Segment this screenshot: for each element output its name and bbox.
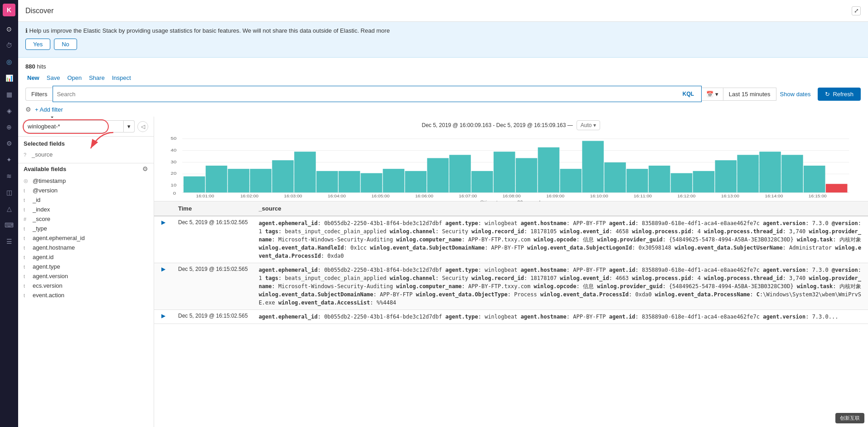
selected-field-source: ? _source xyxy=(24,150,148,159)
main-content: Discover ⤢ ℹ Help us improve the Elastic… xyxy=(18,0,868,427)
nav-icon-clock[interactable]: ⏱ xyxy=(2,38,16,53)
nav-icon-stack[interactable]: ☰ xyxy=(2,234,16,249)
nav-icon-home[interactable]: ⊙ xyxy=(2,22,16,36)
svg-text:16:03:00: 16:03:00 xyxy=(284,194,302,197)
available-field-item[interactable]: t_type xyxy=(18,224,154,233)
available-field-item[interactable]: t@version xyxy=(18,186,154,195)
left-navigation: K ⊙ ⏱ ◎ 📊 ▦ ◈ ⊕ ⚙ ✦ ≋ ◫ △ ⌨ ☰ xyxy=(0,0,18,427)
available-field-item[interactable]: t_index xyxy=(18,205,154,214)
chart-interval-selector[interactable]: Auto ▾ xyxy=(577,120,601,130)
available-field-item[interactable]: tagent.ephemeral_id xyxy=(18,233,154,243)
source-col-header: _source xyxy=(253,201,868,216)
available-field-item[interactable]: tagent.type xyxy=(18,262,154,271)
time-cell: Dec 5, 2019 @ 16:15:02.565 xyxy=(173,216,253,263)
nav-icon-apm[interactable]: ≋ xyxy=(2,169,16,183)
share-button[interactable]: Share xyxy=(87,74,107,82)
filter-row: ⚙ + Add filter xyxy=(18,106,868,117)
add-filter-button[interactable]: + Add filter xyxy=(35,106,63,113)
svg-text:16:15:00: 16:15:00 xyxy=(809,194,827,197)
field-type-icon: t xyxy=(24,226,31,231)
available-field-item[interactable]: tecs.version xyxy=(18,281,154,290)
svg-text:0: 0 xyxy=(173,190,176,195)
expand-col-header xyxy=(154,201,173,216)
back-button[interactable]: ◁ xyxy=(137,121,148,132)
nav-icon-maps[interactable]: ⊕ xyxy=(2,120,16,134)
save-button[interactable]: Save xyxy=(45,74,62,82)
row-expand-button[interactable]: ▶ xyxy=(160,313,167,319)
refresh-button[interactable]: ↻ Refresh xyxy=(818,88,861,101)
field-name: _index xyxy=(33,206,50,213)
svg-text:16:05:00: 16:05:00 xyxy=(371,194,389,197)
source-cell: agent.ephemeral_id: 0b055db2-2250-43b1-8… xyxy=(253,216,868,263)
nav-icon-canvas[interactable]: ◈ xyxy=(2,103,16,118)
nav-icon-dashboard[interactable]: ▦ xyxy=(2,87,16,102)
watermark: 创新互联 xyxy=(835,413,864,423)
field-type-icon: t xyxy=(24,283,31,289)
available-field-item[interactable]: tagent.hostname xyxy=(18,243,154,252)
results-table: Time _source ▶ Dec 5, 2019 @ 16:15:02.56… xyxy=(154,201,868,324)
table-row: ▶ Dec 5, 2019 @ 16:15:02.565 agent.ephem… xyxy=(154,263,868,310)
filter-settings-gear-icon[interactable]: ⚙ xyxy=(25,106,31,113)
filters-tab[interactable]: Filters xyxy=(25,88,53,101)
row-expand-button[interactable]: ▶ xyxy=(160,266,167,272)
calendar-picker-button[interactable]: 📅 ▾ xyxy=(702,88,723,101)
row-expand-button[interactable]: ▶ xyxy=(160,219,167,226)
chart-bar xyxy=(582,141,604,193)
chevron-down-icon: ▾ xyxy=(593,122,596,128)
field-name: agent.id xyxy=(33,254,53,260)
fullscreen-btn[interactable]: ⤢ xyxy=(852,6,861,15)
banner-yes-button[interactable]: Yes xyxy=(25,39,50,50)
field-type-icon: t xyxy=(24,293,31,298)
field-type-icon: ? xyxy=(24,152,30,157)
results-area[interactable]: Time _source ▶ Dec 5, 2019 @ 16:15:02.56… xyxy=(154,201,868,427)
chart-bar xyxy=(339,171,360,192)
svg-text:16:04:00: 16:04:00 xyxy=(328,194,346,197)
chart-bar xyxy=(781,155,803,192)
svg-text:16:10:00: 16:10:00 xyxy=(590,194,608,197)
chart-bar xyxy=(206,166,228,192)
nav-icon-dev[interactable]: ⌨ xyxy=(2,218,16,232)
right-content: Dec 5, 2019 @ 16:00:09.163 - Dec 5, 2019… xyxy=(154,117,868,427)
nav-icon-uptime[interactable]: △ xyxy=(2,201,16,216)
available-field-item[interactable]: tevent.action xyxy=(18,290,154,300)
available-field-item[interactable]: tagent.id xyxy=(18,252,154,262)
index-dropdown-button[interactable]: ▾ xyxy=(124,120,135,133)
index-pattern-display[interactable]: winlogbeat-* xyxy=(24,120,124,133)
svg-text:30: 30 xyxy=(171,159,177,164)
svg-text:16:06:00: 16:06:00 xyxy=(415,194,433,197)
nav-icon-ml[interactable]: ⚙ xyxy=(2,136,16,151)
nav-icon-siem[interactable]: ◫ xyxy=(2,185,16,200)
kql-badge[interactable]: KQL xyxy=(679,91,698,97)
available-field-item[interactable]: ◎@timestamp xyxy=(18,176,154,186)
nav-icon-discover[interactable]: ◎ xyxy=(2,54,16,69)
search-input[interactable] xyxy=(57,91,679,98)
nav-icon-graph[interactable]: ✦ xyxy=(2,152,16,167)
app-logo[interactable]: K xyxy=(3,4,15,16)
chart-bar xyxy=(649,166,670,192)
chart-header: Dec 5, 2019 @ 16:00:09.163 - Dec 5, 2019… xyxy=(161,120,861,130)
chart-bar xyxy=(316,171,338,192)
svg-text:16:12:00: 16:12:00 xyxy=(678,194,696,197)
svg-text:50: 50 xyxy=(171,136,177,141)
nav-icon-visualize[interactable]: 📊 xyxy=(2,71,16,85)
svg-text:16:08:00: 16:08:00 xyxy=(503,194,521,197)
hits-count: 880 hits xyxy=(18,58,868,72)
available-field-item[interactable]: t_id xyxy=(18,195,154,205)
banner-no-button[interactable]: No xyxy=(54,39,77,50)
field-name: _source xyxy=(32,151,148,158)
new-button[interactable]: New xyxy=(25,74,41,82)
svg-text:16:13:00: 16:13:00 xyxy=(721,194,739,197)
available-field-item[interactable]: tagent.version xyxy=(18,271,154,281)
available-field-item[interactable]: #_score xyxy=(18,214,154,224)
show-dates-button[interactable]: Show dates xyxy=(776,91,815,98)
svg-text:16:02:00: 16:02:00 xyxy=(240,194,258,197)
inspect-button[interactable]: Inspect xyxy=(110,74,133,82)
chart-bar xyxy=(759,152,781,192)
field-type-icon: t xyxy=(24,236,31,241)
open-button[interactable]: Open xyxy=(65,74,83,82)
chart-bar xyxy=(604,162,626,192)
chart-bar xyxy=(228,169,250,192)
available-fields-settings-icon[interactable]: ⚙ xyxy=(142,165,148,172)
time-col-header[interactable]: Time xyxy=(173,201,253,216)
svg-text:16:14:00: 16:14:00 xyxy=(765,194,783,197)
